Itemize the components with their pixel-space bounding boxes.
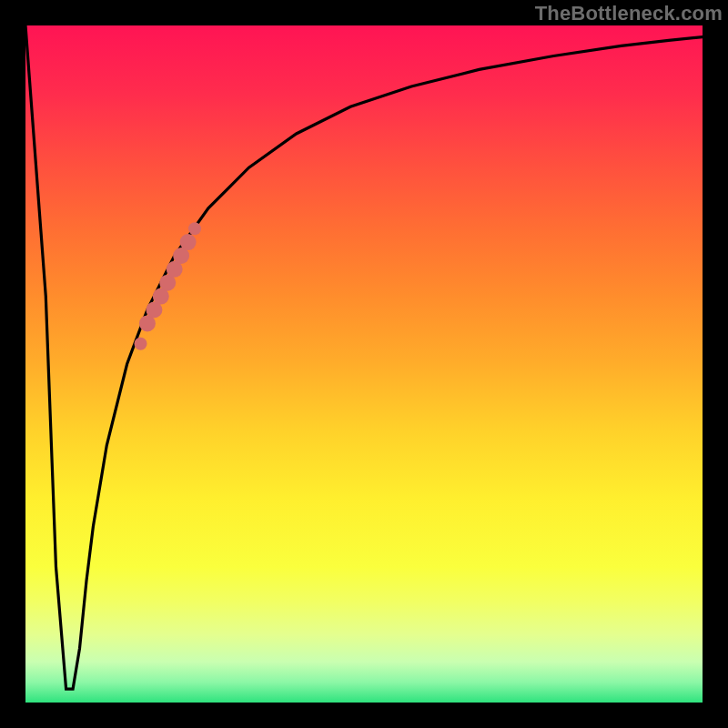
bottleneck-curve: [25, 25, 703, 689]
highlight-dot: [135, 338, 147, 350]
chart-frame: TheBottleneck.com: [0, 0, 728, 728]
highlight-segment: [135, 222, 202, 350]
chart-svg: [25, 25, 703, 703]
highlight-dot: [188, 222, 201, 235]
highlight-dot: [180, 234, 197, 250]
watermark-text: TheBottleneck.com: [535, 2, 723, 25]
chart-plot-area: [25, 25, 703, 703]
